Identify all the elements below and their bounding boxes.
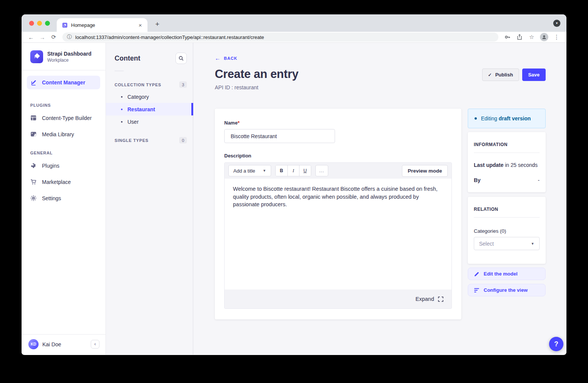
strapi-app: Strapi Dashboard Workplace Content Manag… xyxy=(22,43,566,355)
share-icon[interactable] xyxy=(514,34,526,40)
page-title-block: Create an entry API ID : restaurant xyxy=(215,67,298,90)
back-link[interactable]: ← BACK xyxy=(215,55,237,61)
gear-icon xyxy=(30,195,37,201)
search-icon xyxy=(178,56,184,61)
name-field-label: Name* xyxy=(224,120,239,126)
description-field-label: Description xyxy=(224,153,452,159)
divider xyxy=(115,71,124,71)
browser-window: Homepage × + ▼ ← → ⟳ ⓘ localhost:1337/ad… xyxy=(22,14,566,355)
forward-nav-icon[interactable]: → xyxy=(37,34,48,40)
subnav-item-user[interactable]: User xyxy=(106,115,193,128)
categories-select[interactable]: Select ▼ xyxy=(474,237,540,250)
save-button[interactable]: Save xyxy=(522,69,546,81)
puzzle-icon xyxy=(30,162,37,169)
information-title: INFORMATION xyxy=(474,142,540,147)
information-card: INFORMATION Last update in 25 seconds By… xyxy=(468,132,546,192)
pencil-icon xyxy=(474,271,479,277)
password-key-icon[interactable] xyxy=(501,34,514,40)
name-label-text: Name xyxy=(224,120,237,126)
user-name: Kai Doe xyxy=(42,341,87,347)
minimize-window-button[interactable] xyxy=(37,21,42,26)
reload-icon[interactable]: ⟳ xyxy=(48,34,59,40)
search-button[interactable] xyxy=(175,53,187,64)
format-button-group: B I U xyxy=(275,165,311,176)
publish-button[interactable]: ✓ Publish xyxy=(482,69,519,81)
edit-model-button[interactable]: Edit the model xyxy=(468,268,546,280)
tab-search-icon[interactable]: ▼ xyxy=(553,20,560,27)
last-update-row: Last update in 25 seconds xyxy=(474,162,540,168)
back-arrow-icon: ← xyxy=(215,55,220,61)
sidebar-item-marketplace[interactable]: Marketplace xyxy=(22,174,105,190)
italic-button[interactable]: I xyxy=(287,165,299,176)
draft-status-text: Editing draft version xyxy=(481,115,531,121)
subnav-item-label: User xyxy=(127,119,139,125)
main-content: ← BACK Create an entry API ID : restaura… xyxy=(193,43,566,355)
sidebar-item-label: Marketplace xyxy=(42,179,71,185)
content-row: Name* Description Add a title ▼ B xyxy=(215,109,546,319)
sidebar-item-media-library[interactable]: Media Library xyxy=(22,126,105,142)
sidebar-item-content-type-builder[interactable]: Content-Type Builder xyxy=(22,110,105,126)
categories-select-placeholder: Select xyxy=(479,241,494,247)
close-tab-icon[interactable]: × xyxy=(137,22,144,28)
user-avatar: KD xyxy=(28,339,39,349)
categories-field-label: Categories (0) xyxy=(474,228,540,234)
single-types-count-badge: 0 xyxy=(179,137,187,143)
bullet-icon xyxy=(121,96,123,98)
browser-tab[interactable]: Homepage × xyxy=(57,18,147,32)
divider xyxy=(474,217,540,218)
sidebar-item-plugins[interactable]: Plugins xyxy=(22,157,105,174)
bold-button[interactable]: B xyxy=(276,165,287,176)
browser-tab-strip: Homepage × + ▼ xyxy=(22,14,566,32)
nav-section-plugins: PLUGINS xyxy=(22,95,105,110)
site-info-icon[interactable]: ⓘ xyxy=(67,34,72,40)
maximize-window-button[interactable] xyxy=(45,21,50,26)
sidebar-item-settings[interactable]: Settings xyxy=(22,190,105,206)
url-text[interactable]: localhost:1337/admin/content-manager/col… xyxy=(75,34,264,40)
expand-icon[interactable] xyxy=(438,296,444,302)
close-window-button[interactable] xyxy=(29,21,34,26)
favicon xyxy=(62,22,68,28)
preview-mode-button[interactable]: Preview mode xyxy=(402,165,448,177)
browser-menu-icon[interactable]: ⋮ xyxy=(551,34,563,40)
help-button[interactable]: ? xyxy=(549,337,563,351)
single-types-header: SINGLE TYPES 0 xyxy=(106,134,193,146)
configure-view-button[interactable]: Configure the view xyxy=(468,284,546,296)
name-input[interactable] xyxy=(224,129,335,143)
last-update-value: in 25 seconds xyxy=(505,162,537,168)
page-header: Create an entry API ID : restaurant ✓ Pu… xyxy=(215,67,546,90)
draft-status-prefix: Editing xyxy=(481,115,497,121)
new-tab-button[interactable]: + xyxy=(152,19,163,30)
subnav-item-category[interactable]: Category xyxy=(106,90,193,103)
sidebar-item-label: Settings xyxy=(42,195,61,201)
collapse-sidebar-button[interactable]: ‹ xyxy=(91,340,99,349)
relation-card: RELATION Categories (0) Select ▼ xyxy=(468,197,546,264)
rich-text-editor: Add a title ▼ B I U ... Preview mode W xyxy=(224,162,452,309)
url-bar[interactable]: ⓘ localhost:1337/admin/content-manager/c… xyxy=(62,33,498,42)
description-editor-content[interactable]: Welcome to Biscotte restaurant! Restaura… xyxy=(225,179,451,290)
required-asterisk: * xyxy=(237,120,239,126)
subnav-item-restaurant[interactable]: Restaurant xyxy=(106,103,193,115)
edit-pen-icon xyxy=(31,79,37,86)
subnav-header: Content xyxy=(106,43,193,67)
sidebar-item-content-manager[interactable]: Content Manager xyxy=(27,76,100,89)
title-style-select[interactable]: Add a title ▼ xyxy=(228,165,271,176)
sidebar-item-label: Media Library xyxy=(42,131,74,137)
divider xyxy=(474,153,540,153)
browser-profile-avatar[interactable] xyxy=(540,33,548,41)
more-formats-button[interactable]: ... xyxy=(315,165,328,176)
expand-label[interactable]: Expand xyxy=(416,296,434,302)
strapi-logo xyxy=(30,50,43,63)
layout-icon xyxy=(30,115,37,121)
toolbar-actions: ☆ ⋮ xyxy=(501,33,563,41)
underline-button[interactable]: U xyxy=(299,165,311,176)
back-nav-icon[interactable]: ← xyxy=(25,34,37,40)
single-types-label: SINGLE TYPES xyxy=(115,138,149,143)
publish-label: Publish xyxy=(495,72,513,78)
entry-form-card: Name* Description Add a title ▼ B xyxy=(215,109,461,319)
header-actions: ✓ Publish Save xyxy=(482,69,546,81)
editor-toolbar: Add a title ▼ B I U ... Preview mode xyxy=(225,163,451,179)
browser-toolbar: ← → ⟳ ⓘ localhost:1337/admin/content-man… xyxy=(22,32,566,43)
bookmark-star-icon[interactable]: ☆ xyxy=(526,34,538,40)
draft-status-emphasis: draft version xyxy=(499,115,531,121)
collection-types-header: COLLECTION TYPES 3 xyxy=(106,79,193,90)
